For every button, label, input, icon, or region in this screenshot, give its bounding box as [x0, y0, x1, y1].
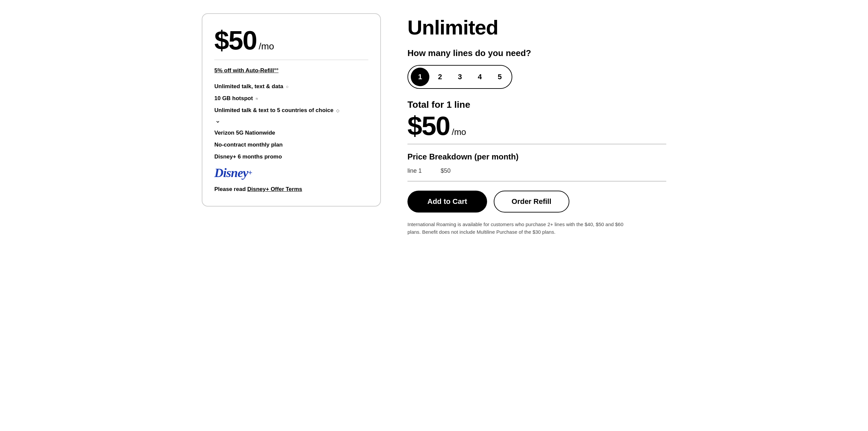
card-price-amount: $50	[214, 27, 256, 54]
page-container: $50 /mo 5% off with Auto-Refill°° Unlimi…	[202, 13, 666, 236]
line-option-4[interactable]: 4	[470, 68, 489, 86]
card-top-divider	[214, 60, 368, 60]
feature-disney: Disney+ 6 months promo	[214, 154, 368, 160]
total-label: Total for 1 line	[407, 99, 666, 110]
expand-chevron-icon[interactable]: ⌄	[215, 117, 368, 124]
breakdown-line-price-0: $50	[441, 167, 451, 174]
lines-selector: 1 2 3 4 5	[407, 65, 512, 89]
action-buttons: Add to Cart Order Refill	[407, 191, 666, 212]
feature-icon-2: ◇	[336, 108, 339, 113]
feature-icon-0: ○	[286, 84, 289, 89]
offer-terms: Please read Disney+ Offer Terms	[214, 186, 368, 193]
breakdown-divider	[407, 181, 666, 181]
line-option-1[interactable]: 1	[411, 68, 429, 86]
order-refill-button[interactable]: Order Refill	[494, 191, 569, 212]
card-price-row: $50 /mo	[214, 27, 368, 54]
feature-label-0: Unlimited talk, text & data	[214, 83, 283, 90]
disney-logo-text: Disney	[214, 166, 248, 180]
breakdown-title: Price Breakdown (per month)	[407, 152, 666, 162]
lines-question: How many lines do you need?	[407, 48, 666, 58]
feature-item-2: Unlimited talk & text to 5 countries of …	[214, 107, 368, 114]
breakdown-row-0: line 1 $50	[407, 167, 666, 174]
detail-divider-top	[407, 144, 666, 144]
add-to-cart-button[interactable]: Add to Cart	[407, 191, 487, 212]
plan-name: Unlimited	[407, 16, 666, 38]
total-price-amount: $50	[407, 113, 450, 139]
card-price-unit: /mo	[258, 41, 274, 52]
offer-terms-prefix: Please read	[214, 186, 247, 192]
feature-label-2: Unlimited talk & text to 5 countries of …	[214, 107, 334, 114]
roaming-note: International Roaming is available for c…	[407, 221, 633, 236]
feature-item-1: 10 GB hotspot ≈	[214, 95, 368, 102]
total-price-row: $50 /mo	[407, 113, 666, 139]
feature-item-0: Unlimited talk, text & data ○	[214, 83, 368, 90]
feature-label-1: 10 GB hotspot	[214, 95, 253, 102]
breakdown-line-label-0: line 1	[407, 167, 427, 174]
disney-plus-sign: +	[248, 168, 252, 177]
total-price-unit: /mo	[452, 127, 466, 137]
offer-terms-link[interactable]: Disney+ Offer Terms	[247, 186, 302, 192]
auto-refill-label: 5% off with Auto-Refill°°	[214, 67, 368, 74]
line-option-3[interactable]: 3	[451, 68, 469, 86]
disney-logo: Disney+	[214, 165, 368, 180]
feature-no-contract: No-contract monthly plan	[214, 141, 368, 148]
plan-card: $50 /mo 5% off with Auto-Refill°° Unlimi…	[202, 13, 381, 206]
feature-5g: Verizon 5G Nationwide	[214, 130, 368, 136]
plan-detail: Unlimited How many lines do you need? 1 …	[407, 13, 666, 236]
line-option-5[interactable]: 5	[490, 68, 509, 86]
features-list: Unlimited talk, text & data ○ 10 GB hots…	[214, 83, 368, 114]
line-option-2[interactable]: 2	[431, 68, 449, 86]
other-features-list: Verizon 5G Nationwide No-contract monthl…	[214, 130, 368, 160]
feature-icon-1: ≈	[255, 96, 258, 101]
